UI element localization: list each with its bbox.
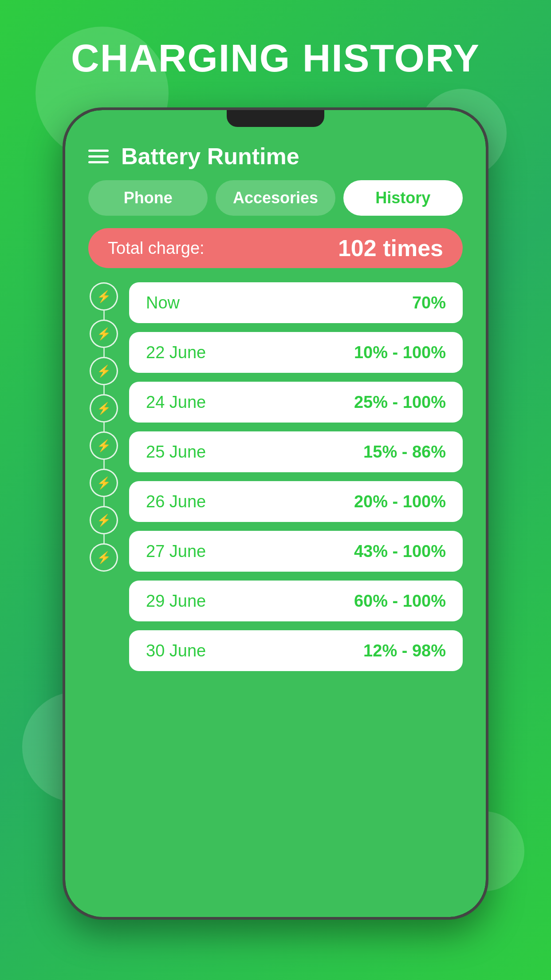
history-card: 22 June10% - 100% (129, 332, 463, 373)
timeline-dot: ⚡ (90, 357, 118, 385)
history-card-date: 24 June (146, 393, 206, 412)
page-title: CHARGING HISTORY (71, 36, 480, 81)
history-card-range: 43% - 100% (354, 542, 446, 561)
history-card: 26 June20% - 100% (129, 481, 463, 522)
history-card-date: 26 June (146, 492, 206, 511)
history-card: 27 June43% - 100% (129, 531, 463, 572)
timeline-dot: ⚡ (90, 506, 118, 534)
history-card: 29 June60% - 100% (129, 581, 463, 621)
history-card-date: Now (146, 293, 180, 312)
history-card-range: 15% - 86% (363, 443, 446, 462)
bolt-icon: ⚡ (97, 365, 111, 377)
tab-accesories[interactable]: Accesories (216, 180, 335, 216)
phone-screen: Battery Runtime Phone Accesories History… (65, 110, 486, 917)
history-card-range: 12% - 98% (363, 641, 446, 660)
timeline-dot: ⚡ (90, 543, 118, 572)
timeline-dot: ⚡ (90, 469, 118, 497)
bolt-icon: ⚡ (97, 477, 111, 489)
total-charge-label: Total charge: (108, 239, 205, 258)
total-charge-value: 102 times (338, 235, 443, 261)
history-card-date: 22 June (146, 343, 206, 362)
history-card: 30 June12% - 98% (129, 630, 463, 671)
app-header: Battery Runtime (65, 127, 486, 180)
timeline-line (103, 423, 105, 431)
timeline-line (103, 385, 105, 394)
history-card: 25 June15% - 86% (129, 431, 463, 472)
timeline-dot: ⚡ (90, 431, 118, 460)
history-card-range: 20% - 100% (354, 492, 446, 511)
bolt-icon: ⚡ (97, 328, 111, 340)
hamburger-menu-button[interactable] (88, 150, 109, 163)
timeline-dot: ⚡ (90, 282, 118, 311)
bolt-icon: ⚡ (97, 440, 111, 451)
timeline-column: ⚡⚡⚡⚡⚡⚡⚡⚡ (88, 282, 119, 680)
history-card: 24 June25% - 100% (129, 382, 463, 423)
tab-phone[interactable]: Phone (88, 180, 208, 216)
timeline-line (103, 534, 105, 543)
phone-notch (227, 110, 324, 127)
app-title: Battery Runtime (121, 143, 299, 170)
history-card-date: 30 June (146, 641, 206, 660)
timeline-line (103, 348, 105, 357)
timeline-dot: ⚡ (90, 394, 118, 423)
history-list: ⚡⚡⚡⚡⚡⚡⚡⚡ Now70%22 June10% - 100%24 June2… (65, 282, 486, 680)
history-card-range: 70% (412, 293, 446, 312)
tab-bar: Phone Accesories History (65, 180, 486, 228)
history-card-range: 60% - 100% (354, 592, 446, 611)
timeline-line (103, 311, 105, 320)
total-charge-banner: Total charge: 102 times (88, 228, 463, 268)
history-card-range: 10% - 100% (354, 343, 446, 362)
history-card-date: 25 June (146, 443, 206, 462)
history-card-date: 27 June (146, 542, 206, 561)
phone-frame: Battery Runtime Phone Accesories History… (63, 107, 488, 920)
bolt-icon: ⚡ (97, 514, 111, 526)
bolt-icon: ⚡ (97, 403, 111, 414)
tab-history[interactable]: History (343, 180, 463, 216)
timeline-line (103, 460, 105, 469)
history-card: Now70% (129, 282, 463, 323)
history-card-date: 29 June (146, 592, 206, 611)
timeline-line (103, 497, 105, 506)
bolt-icon: ⚡ (97, 291, 111, 302)
cards-column: Now70%22 June10% - 100%24 June25% - 100%… (129, 282, 463, 680)
timeline-dot: ⚡ (90, 320, 118, 348)
history-card-range: 25% - 100% (354, 393, 446, 412)
bolt-icon: ⚡ (97, 552, 111, 563)
